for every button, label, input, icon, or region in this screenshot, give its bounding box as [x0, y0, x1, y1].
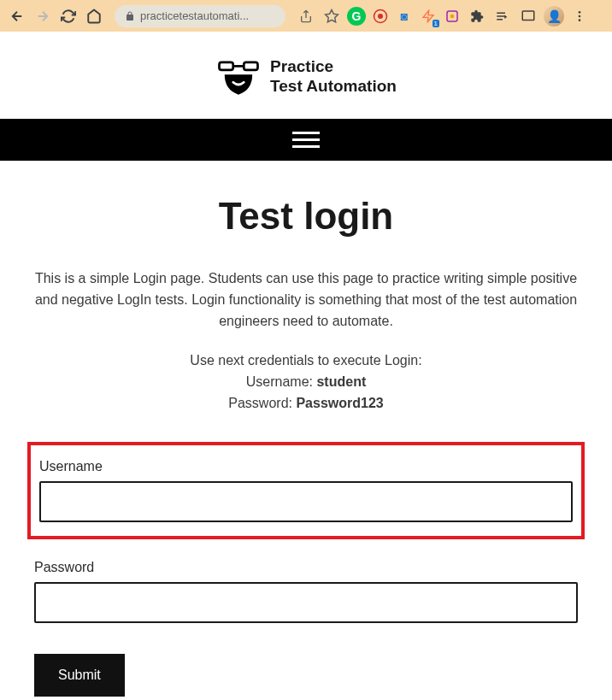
page-title: Test login [26, 195, 586, 238]
site-logo[interactable]: Practice Test Automation [0, 32, 612, 119]
reload-button[interactable] [58, 6, 79, 26]
share-button[interactable] [296, 6, 316, 26]
svg-rect-9 [244, 62, 257, 70]
logo-text: Practice Test Automation [270, 57, 397, 97]
svg-rect-8 [220, 62, 233, 70]
url-text: practicetestautomati... [140, 9, 249, 22]
extensions-button[interactable] [467, 6, 487, 26]
home-button[interactable] [84, 6, 104, 26]
username-label: Username [39, 459, 573, 474]
extension-icon-3[interactable]: ◙ [395, 7, 414, 26]
credentials-info: Use next credentials to execute Login: U… [26, 350, 586, 414]
credentials-password: Password: Password123 [26, 393, 586, 415]
bookmark-button[interactable] [321, 6, 342, 26]
username-input[interactable] [39, 481, 573, 522]
credentials-intro: Use next credentials to execute Login: [26, 350, 586, 372]
devices-icon[interactable] [518, 6, 538, 26]
svg-point-6 [579, 15, 581, 17]
profile-avatar[interactable]: 👤 [544, 6, 564, 26]
hamburger-menu[interactable] [292, 132, 320, 148]
page-viewport[interactable]: Practice Test Automation Test login This… [0, 32, 612, 700]
login-form: Username Password Submit [26, 442, 586, 697]
credentials-username: Username: student [26, 372, 586, 393]
svg-rect-4 [522, 11, 534, 21]
main-content: Test login This is a simple Login page. … [0, 161, 612, 700]
extension-icon-4[interactable]: 1 [419, 7, 438, 26]
page-description: This is a simple Login page. Students ca… [26, 268, 586, 332]
svg-point-7 [579, 19, 581, 21]
username-field-group: Username [27, 442, 585, 539]
nav-bar [0, 119, 612, 161]
menu-button[interactable] [569, 6, 590, 26]
extension-icon-5[interactable] [443, 7, 462, 26]
extension-icon-2[interactable] [371, 7, 390, 26]
logo-icon [215, 56, 262, 98]
playlist-icon[interactable] [492, 6, 513, 26]
svg-point-3 [450, 14, 455, 18]
extension-icon-1[interactable]: G [347, 7, 366, 26]
submit-button[interactable]: Submit [34, 654, 125, 697]
svg-point-1 [378, 14, 383, 19]
password-input[interactable] [34, 582, 578, 623]
back-button[interactable] [7, 6, 27, 26]
password-label: Password [34, 560, 578, 575]
address-bar[interactable]: practicetestautomati... [115, 5, 285, 27]
lock-icon [125, 11, 135, 21]
browser-toolbar: practicetestautomati... G ◙ 1 👤 [0, 0, 612, 32]
forward-button[interactable] [32, 6, 53, 26]
password-field-group: Password [27, 553, 585, 630]
svg-point-5 [579, 11, 581, 14]
